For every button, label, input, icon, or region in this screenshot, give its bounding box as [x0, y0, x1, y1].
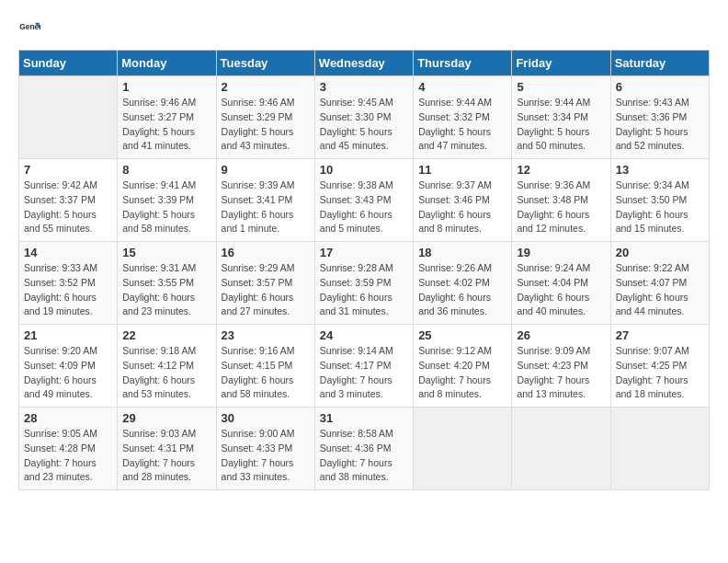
- day-info: Sunrise: 9:37 AMSunset: 3:46 PMDaylight:…: [418, 178, 506, 236]
- day-number: 25: [418, 328, 506, 342]
- calendar-cell: 30Sunrise: 9:00 AMSunset: 4:33 PMDayligh…: [216, 408, 314, 490]
- calendar-cell: [414, 408, 512, 490]
- day-number: 30: [222, 411, 310, 425]
- header-wednesday: Wednesday: [314, 51, 413, 76]
- day-number: 9: [222, 163, 310, 177]
- day-number: 2: [222, 80, 310, 94]
- calendar-cell: 5Sunrise: 9:44 AMSunset: 3:34 PMDaylight…: [512, 76, 610, 159]
- calendar-week-1: 7Sunrise: 9:42 AMSunset: 3:37 PMDaylight…: [19, 159, 710, 242]
- logo: General: [18, 18, 44, 40]
- header-friday: Friday: [512, 51, 610, 76]
- calendar-cell: 20Sunrise: 9:22 AMSunset: 4:07 PMDayligh…: [610, 242, 709, 325]
- day-number: 15: [122, 246, 210, 259]
- day-number: 8: [122, 163, 210, 177]
- calendar-cell: 22Sunrise: 9:18 AMSunset: 4:12 PMDayligh…: [118, 325, 216, 408]
- calendar-cell: 26Sunrise: 9:09 AMSunset: 4:23 PMDayligh…: [512, 325, 610, 408]
- calendar-cell: 31Sunrise: 8:58 AMSunset: 4:36 PMDayligh…: [314, 408, 413, 490]
- header-tuesday: Tuesday: [216, 51, 314, 76]
- calendar-cell: 28Sunrise: 9:05 AMSunset: 4:28 PMDayligh…: [19, 408, 118, 490]
- header-saturday: Saturday: [610, 51, 709, 76]
- calendar-cell: 1Sunrise: 9:46 AMSunset: 3:27 PMDaylight…: [118, 76, 216, 159]
- day-info: Sunrise: 9:33 AMSunset: 3:52 PMDaylight:…: [24, 261, 112, 319]
- calendar-cell: 15Sunrise: 9:31 AMSunset: 3:55 PMDayligh…: [118, 242, 216, 325]
- day-number: 23: [222, 328, 310, 342]
- calendar-cell: 12Sunrise: 9:36 AMSunset: 3:48 PMDayligh…: [512, 159, 610, 242]
- day-info: Sunrise: 9:12 AMSunset: 4:20 PMDaylight:…: [418, 344, 506, 402]
- calendar-cell: 7Sunrise: 9:42 AMSunset: 3:37 PMDaylight…: [19, 159, 118, 242]
- day-info: Sunrise: 9:46 AMSunset: 3:29 PMDaylight:…: [222, 96, 310, 154]
- page-header: General: [18, 18, 710, 40]
- day-number: 7: [24, 163, 112, 177]
- day-info: Sunrise: 9:20 AMSunset: 4:09 PMDaylight:…: [24, 344, 112, 402]
- calendar-week-3: 21Sunrise: 9:20 AMSunset: 4:09 PMDayligh…: [19, 325, 710, 408]
- calendar-week-0: 1Sunrise: 9:46 AMSunset: 3:27 PMDaylight…: [19, 76, 710, 159]
- calendar-cell: 10Sunrise: 9:38 AMSunset: 3:43 PMDayligh…: [314, 159, 413, 242]
- day-info: Sunrise: 9:00 AMSunset: 4:33 PMDaylight:…: [222, 427, 310, 485]
- day-info: Sunrise: 9:14 AMSunset: 4:17 PMDaylight:…: [320, 344, 408, 402]
- day-info: Sunrise: 9:03 AMSunset: 4:31 PMDaylight:…: [122, 427, 210, 485]
- header-thursday: Thursday: [414, 51, 512, 76]
- calendar-cell: 24Sunrise: 9:14 AMSunset: 4:17 PMDayligh…: [314, 325, 413, 408]
- day-number: 28: [24, 411, 112, 425]
- day-info: Sunrise: 8:58 AMSunset: 4:36 PMDaylight:…: [320, 427, 408, 485]
- day-number: 19: [517, 246, 605, 259]
- calendar-cell: 8Sunrise: 9:41 AMSunset: 3:39 PMDaylight…: [118, 159, 216, 242]
- calendar-cell: 27Sunrise: 9:07 AMSunset: 4:25 PMDayligh…: [610, 325, 709, 408]
- day-info: Sunrise: 9:05 AMSunset: 4:28 PMDaylight:…: [24, 427, 112, 485]
- calendar-cell: 29Sunrise: 9:03 AMSunset: 4:31 PMDayligh…: [118, 408, 216, 490]
- day-info: Sunrise: 9:28 AMSunset: 3:59 PMDaylight:…: [320, 261, 408, 319]
- header-monday: Monday: [118, 51, 216, 76]
- calendar-cell: 19Sunrise: 9:24 AMSunset: 4:04 PMDayligh…: [512, 242, 610, 325]
- day-info: Sunrise: 9:45 AMSunset: 3:30 PMDaylight:…: [320, 96, 408, 154]
- day-info: Sunrise: 9:44 AMSunset: 3:34 PMDaylight:…: [517, 96, 605, 154]
- calendar-cell: 13Sunrise: 9:34 AMSunset: 3:50 PMDayligh…: [610, 159, 709, 242]
- calendar-cell: 2Sunrise: 9:46 AMSunset: 3:29 PMDaylight…: [216, 76, 314, 159]
- day-info: Sunrise: 9:46 AMSunset: 3:27 PMDaylight:…: [122, 96, 210, 154]
- day-info: Sunrise: 9:09 AMSunset: 4:23 PMDaylight:…: [517, 344, 605, 402]
- day-info: Sunrise: 9:34 AMSunset: 3:50 PMDaylight:…: [616, 178, 704, 236]
- calendar-header-row: SundayMondayTuesdayWednesdayThursdayFrid…: [19, 51, 710, 76]
- calendar-week-4: 28Sunrise: 9:05 AMSunset: 4:28 PMDayligh…: [19, 408, 710, 490]
- day-number: 31: [320, 411, 408, 425]
- calendar-cell: [19, 76, 118, 159]
- calendar-cell: 17Sunrise: 9:28 AMSunset: 3:59 PMDayligh…: [314, 242, 413, 325]
- day-number: 17: [320, 246, 408, 259]
- day-info: Sunrise: 9:26 AMSunset: 4:02 PMDaylight:…: [418, 261, 506, 319]
- day-number: 20: [616, 246, 704, 259]
- day-info: Sunrise: 9:43 AMSunset: 3:36 PMDaylight:…: [616, 96, 704, 154]
- day-info: Sunrise: 9:16 AMSunset: 4:15 PMDaylight:…: [222, 344, 310, 402]
- day-number: 6: [616, 80, 704, 94]
- calendar-cell: 18Sunrise: 9:26 AMSunset: 4:02 PMDayligh…: [414, 242, 512, 325]
- day-info: Sunrise: 9:07 AMSunset: 4:25 PMDaylight:…: [616, 344, 704, 402]
- calendar-cell: 6Sunrise: 9:43 AMSunset: 3:36 PMDaylight…: [610, 76, 709, 159]
- day-info: Sunrise: 9:42 AMSunset: 3:37 PMDaylight:…: [24, 178, 112, 236]
- day-info: Sunrise: 9:38 AMSunset: 3:43 PMDaylight:…: [320, 178, 408, 236]
- calendar-cell: [610, 408, 709, 490]
- calendar-body: 1Sunrise: 9:46 AMSunset: 3:27 PMDaylight…: [19, 76, 710, 490]
- calendar-cell: 3Sunrise: 9:45 AMSunset: 3:30 PMDaylight…: [314, 76, 413, 159]
- day-info: Sunrise: 9:24 AMSunset: 4:04 PMDaylight:…: [517, 261, 605, 319]
- day-number: 22: [122, 328, 210, 342]
- calendar-cell: 11Sunrise: 9:37 AMSunset: 3:46 PMDayligh…: [414, 159, 512, 242]
- calendar-cell: [512, 408, 610, 490]
- calendar-cell: 14Sunrise: 9:33 AMSunset: 3:52 PMDayligh…: [19, 242, 118, 325]
- day-number: 27: [616, 328, 704, 342]
- calendar-week-2: 14Sunrise: 9:33 AMSunset: 3:52 PMDayligh…: [19, 242, 710, 325]
- day-number: 10: [320, 163, 408, 177]
- day-info: Sunrise: 9:31 AMSunset: 3:55 PMDaylight:…: [122, 261, 210, 319]
- day-number: 21: [24, 328, 112, 342]
- day-number: 13: [616, 163, 704, 177]
- day-info: Sunrise: 9:29 AMSunset: 3:57 PMDaylight:…: [222, 261, 310, 319]
- day-info: Sunrise: 9:18 AMSunset: 4:12 PMDaylight:…: [122, 344, 210, 402]
- calendar-table: SundayMondayTuesdayWednesdayThursdayFrid…: [18, 50, 710, 490]
- day-number: 12: [517, 163, 605, 177]
- day-info: Sunrise: 9:41 AMSunset: 3:39 PMDaylight:…: [122, 178, 210, 236]
- day-info: Sunrise: 9:22 AMSunset: 4:07 PMDaylight:…: [616, 261, 704, 319]
- day-number: 5: [517, 80, 605, 94]
- day-number: 3: [320, 80, 408, 94]
- day-number: 4: [418, 80, 506, 94]
- day-number: 18: [418, 246, 506, 259]
- day-info: Sunrise: 9:39 AMSunset: 3:41 PMDaylight:…: [222, 178, 310, 236]
- day-number: 24: [320, 328, 408, 342]
- calendar-cell: 25Sunrise: 9:12 AMSunset: 4:20 PMDayligh…: [414, 325, 512, 408]
